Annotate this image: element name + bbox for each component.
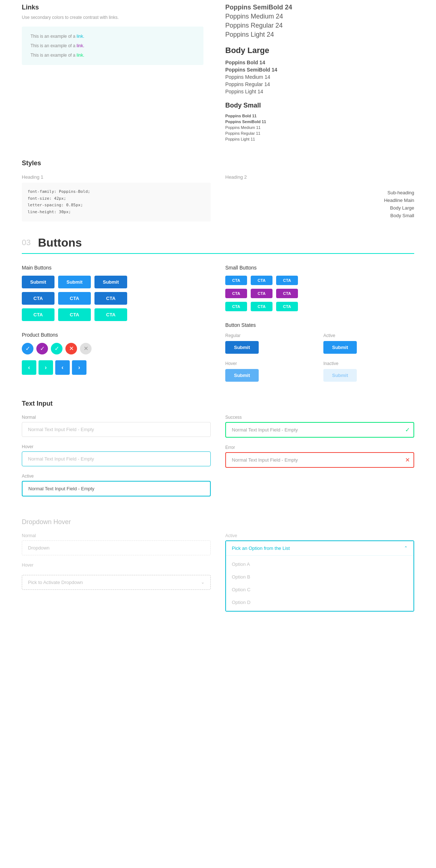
product-icon-x-red[interactable]: ✕	[65, 343, 77, 354]
typo-light-24: Poppins Light 24	[225, 31, 414, 38]
state-regular: Regular Submit	[225, 333, 316, 354]
input-normal-label: Normal	[22, 415, 211, 420]
states-grid: Regular Submit Active Submit Hover Submi…	[225, 333, 414, 382]
input-normal[interactable]	[22, 422, 211, 437]
btn-state-inactive: Submit	[323, 369, 357, 382]
submit-btn-blue-1[interactable]: Submit	[22, 276, 54, 288]
cta-btn-teal-3[interactable]: CTA	[94, 308, 127, 321]
product-icon-check-teal[interactable]: ✓	[51, 343, 62, 354]
input-active-label: Active	[22, 474, 211, 479]
sub-style-body-large: Body Large	[225, 205, 414, 211]
cta-sm-purple-2[interactable]: CTA	[251, 289, 272, 298]
sub-style-subheading: Sub-heading	[225, 190, 414, 195]
input-columns: Normal Hover Active Success	[22, 415, 414, 504]
nav-btn-prev-teal[interactable]: ‹	[22, 360, 36, 375]
typo-regular-24: Poppins Regular 24	[225, 22, 414, 29]
submit-btn-blue-2[interactable]: Submit	[58, 276, 91, 288]
links-title: Links	[22, 4, 203, 11]
link-purple[interactable]: link.	[77, 43, 84, 48]
section03-header: 03 Buttons	[22, 236, 414, 250]
state-regular-label: Regular	[225, 333, 316, 338]
dropdown-normal-text: Dropdown	[28, 545, 49, 551]
cta-sm-purple-1[interactable]: CTA	[225, 289, 247, 298]
cta-sm-blue-2[interactable]: CTA	[251, 276, 272, 285]
body-large-title: Body Large	[225, 46, 414, 55]
links-description: Use secondary colors to create contrast …	[22, 14, 203, 21]
btn-state-regular[interactable]: Submit	[225, 341, 259, 354]
product-icon-x-gray[interactable]: ✕	[80, 343, 92, 354]
state-hover-label: Hover	[225, 361, 316, 366]
cta-sm-purple-row: CTA CTA CTA	[225, 289, 414, 298]
input-hover[interactable]	[22, 451, 211, 466]
cta-sm-teal-3[interactable]: CTA	[276, 302, 298, 311]
small-buttons-title: Small Buttons	[225, 265, 414, 271]
cta-sm-teal-2[interactable]: CTA	[251, 302, 272, 311]
cta-btn-teal-1[interactable]: CTA	[22, 308, 54, 321]
input-success-group: Success ✓	[225, 415, 414, 438]
styles-title: Styles	[22, 159, 414, 167]
dropdown-hover-label: Hover	[22, 563, 211, 568]
heading1-label: Heading 1	[22, 174, 211, 180]
links-examples-box: This is an example of a link. This is an…	[22, 27, 203, 65]
dropdown-normal[interactable]: Dropdown	[22, 540, 211, 555]
cta-btn-teal-2[interactable]: CTA	[58, 308, 91, 321]
dropdown-hover[interactable]: Pick to Activate Dropdown ⌄	[22, 575, 211, 590]
button-states-section: Button States Regular Submit Active Subm…	[225, 322, 414, 382]
button-states-title: Button States	[225, 322, 414, 328]
cta-sm-teal-1[interactable]: CTA	[225, 302, 247, 311]
dropdown-option-d[interactable]: Option D	[226, 596, 413, 609]
nav-btn-next-blue[interactable]: ›	[72, 360, 86, 375]
dropdown-active-wrapper: Pick an Option from the List ⌃ Option A …	[225, 540, 414, 612]
typo-bold-14: Poppins Bold 14	[225, 60, 414, 65]
input-error-label: Error	[225, 445, 414, 450]
typo-regular-14: Poppins Regular 14	[225, 81, 414, 87]
state-inactive: Inactive Submit	[323, 361, 414, 382]
state-hover: Hover Submit	[225, 361, 316, 382]
dropdown-columns: Normal Dropdown Hover Pick to Activate D…	[22, 533, 414, 612]
input-success-wrapper: ✓	[225, 422, 414, 438]
btn-state-active[interactable]: Submit	[323, 341, 357, 354]
product-icon-check-blue[interactable]: ✓	[22, 343, 33, 354]
dropdown-active-text: Pick an Option from the List	[232, 545, 290, 551]
dropdown-option-b[interactable]: Option B	[226, 571, 413, 583]
cta-sm-blue-1[interactable]: CTA	[225, 276, 247, 285]
submit-buttons-row: Submit Submit Submit	[22, 276, 211, 288]
dropdown-col-right: Active Pick an Option from the List ⌃ Op…	[225, 533, 414, 612]
nav-btns-row: ‹ › ‹ ›	[22, 360, 211, 375]
dropdown-col-left: Normal Dropdown Hover Pick to Activate D…	[22, 533, 211, 612]
dropdown-option-a[interactable]: Option A	[226, 558, 413, 571]
dropdown-active-header[interactable]: Pick an Option from the List ⌃	[226, 541, 413, 556]
sub-style-headline: Headline Main	[225, 198, 414, 203]
cta-btn-blue-1[interactable]: CTA	[22, 292, 54, 305]
input-error[interactable]	[225, 452, 414, 468]
input-active[interactable]	[22, 481, 211, 496]
code-block: font-family: Poppins-Bold; font-size: 42…	[22, 183, 211, 222]
state-inactive-label: Inactive	[323, 361, 414, 366]
cta-btn-blue-2[interactable]: CTA	[58, 292, 91, 305]
chevron-down-gray-icon: ⌄	[201, 580, 205, 585]
section03-divider	[22, 253, 414, 254]
product-icon-check-purple[interactable]: ✓	[36, 343, 48, 354]
body-small-title: Body Small	[225, 102, 414, 109]
dropdown-option-c[interactable]: Option C	[226, 583, 413, 596]
nav-btn-prev-blue[interactable]: ‹	[55, 360, 70, 375]
input-success[interactable]	[225, 422, 414, 438]
sub-styles: Sub-heading Headline Main Body Large Bod…	[225, 183, 414, 218]
cta-sm-purple-3[interactable]: CTA	[276, 289, 298, 298]
link-cyan[interactable]: link.	[77, 34, 84, 39]
state-active-label: Active	[323, 333, 414, 338]
nav-btn-next-teal[interactable]: ›	[39, 360, 53, 375]
link-green[interactable]: link.	[77, 53, 84, 58]
heading2-label: Heading 2	[225, 174, 414, 180]
typo-bold-11: Poppins Bold 11	[225, 114, 414, 118]
product-buttons-col: Product Buttons ✓ ✓ ✓ ✕ ✕ ‹ › ‹ ›	[22, 332, 211, 375]
cta-btn-blue-3[interactable]: CTA	[94, 292, 127, 305]
dropdown-options: Option A Option B Option C Option D	[226, 556, 413, 611]
btn-state-hover[interactable]: Submit	[225, 369, 259, 382]
submit-btn-blue-3[interactable]: Submit	[94, 276, 127, 288]
cta-sm-blue-3[interactable]: CTA	[276, 276, 298, 285]
dropdown-section: Dropdown Hover Normal Dropdown Hover Pic…	[22, 511, 414, 622]
heading1-col: Heading 1 font-family: Poppins-Bold; fon…	[22, 174, 211, 222]
input-hover-label: Hover	[22, 444, 211, 449]
state-active: Active Submit	[323, 333, 414, 354]
